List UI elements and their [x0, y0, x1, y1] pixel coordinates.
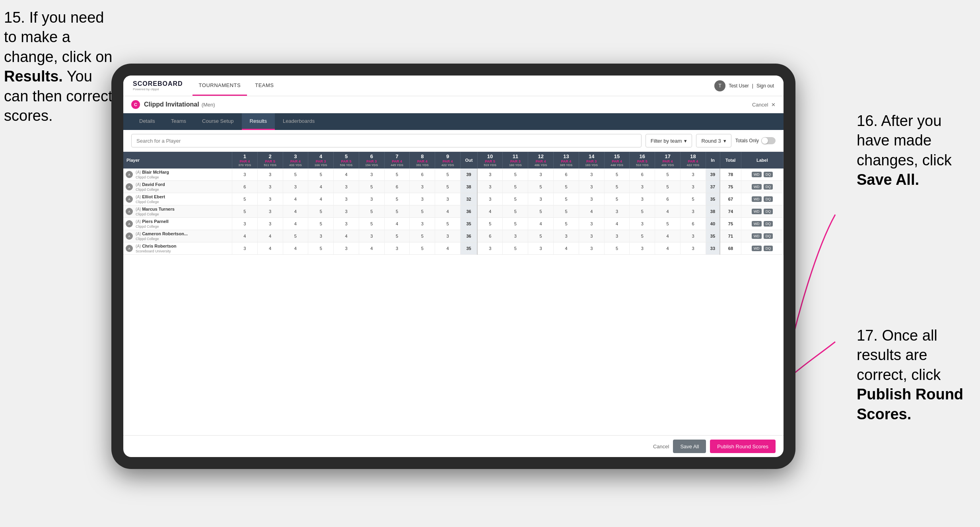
score-h13[interactable]: 5 [554, 218, 579, 230]
score-h1[interactable]: 3 [232, 218, 257, 230]
score-h18[interactable]: 3 [681, 242, 706, 255]
score-h4[interactable]: 5 [308, 218, 334, 230]
score-h18[interactable]: 6 [681, 218, 706, 230]
score-h6[interactable]: 5 [359, 218, 384, 230]
score-h12[interactable]: 4 [528, 218, 554, 230]
cancel-tournament-btn[interactable]: Cancel ✕ [752, 102, 776, 108]
score-h3[interactable]: 4 [283, 193, 308, 205]
score-h6[interactable]: 3 [359, 230, 384, 242]
dq-btn[interactable]: DQ [764, 221, 773, 227]
score-h1[interactable]: 5 [232, 205, 257, 218]
score-h3[interactable]: 4 [283, 205, 308, 218]
score-h2[interactable]: 3 [257, 169, 283, 181]
score-h15[interactable]: 3 [604, 205, 630, 218]
score-h11[interactable]: 5 [503, 169, 528, 181]
score-h17[interactable]: 5 [655, 169, 681, 181]
score-h16[interactable]: 5 [630, 205, 655, 218]
nav-tournaments[interactable]: TOURNAMENTS [192, 76, 247, 96]
score-h10[interactable]: 3 [477, 242, 503, 255]
score-h7[interactable]: 6 [384, 181, 410, 193]
score-h14[interactable]: 3 [579, 169, 604, 181]
score-h6[interactable]: 3 [359, 169, 384, 181]
score-h3[interactable]: 5 [283, 169, 308, 181]
score-h11[interactable]: 5 [503, 242, 528, 255]
score-h9[interactable]: 3 [435, 230, 461, 242]
wd-btn[interactable]: WD [752, 246, 762, 251]
sign-out-link[interactable]: Sign out [756, 83, 774, 89]
score-h6[interactable]: 5 [359, 181, 384, 193]
score-h15[interactable]: 3 [604, 230, 630, 242]
score-h2[interactable]: 4 [257, 242, 283, 255]
score-h7[interactable]: 5 [384, 205, 410, 218]
score-h15[interactable]: 5 [604, 242, 630, 255]
wd-btn[interactable]: WD [752, 196, 762, 202]
score-h6[interactable]: 3 [359, 193, 384, 205]
score-h16[interactable]: 3 [630, 218, 655, 230]
cancel-bottom-btn[interactable]: Cancel [653, 444, 669, 450]
score-h7[interactable]: 5 [384, 230, 410, 242]
tab-teams[interactable]: Teams [163, 113, 194, 130]
score-h14[interactable]: 3 [579, 193, 604, 205]
score-h14[interactable]: 3 [579, 181, 604, 193]
score-h10[interactable]: 3 [477, 181, 503, 193]
score-h14[interactable]: 3 [579, 242, 604, 255]
dq-btn[interactable]: DQ [764, 172, 773, 177]
score-h11[interactable]: 5 [503, 218, 528, 230]
score-h18[interactable]: 3 [681, 181, 706, 193]
score-h10[interactable]: 4 [477, 205, 503, 218]
score-h5[interactable]: 3 [334, 218, 359, 230]
score-h2[interactable]: 3 [257, 218, 283, 230]
score-h10[interactable]: 6 [477, 230, 503, 242]
totals-only-toggle[interactable]: Totals Only [735, 137, 776, 144]
score-h15[interactable]: 5 [604, 169, 630, 181]
score-h16[interactable]: 3 [630, 242, 655, 255]
score-h5[interactable]: 3 [334, 242, 359, 255]
tab-results[interactable]: Results [242, 113, 275, 130]
score-h11[interactable]: 5 [503, 181, 528, 193]
score-h11[interactable]: 5 [503, 205, 528, 218]
score-h6[interactable]: 4 [359, 242, 384, 255]
dq-btn[interactable]: DQ [764, 209, 773, 214]
score-h17[interactable]: 4 [655, 205, 681, 218]
score-h15[interactable]: 4 [604, 218, 630, 230]
score-h16[interactable]: 5 [630, 230, 655, 242]
score-h8[interactable]: 3 [410, 193, 435, 205]
score-h14[interactable]: 3 [579, 230, 604, 242]
score-h3[interactable]: 5 [283, 230, 308, 242]
score-h9[interactable]: 4 [435, 242, 461, 255]
tab-course-setup[interactable]: Course Setup [194, 113, 242, 130]
score-h16[interactable]: 3 [630, 181, 655, 193]
score-h13[interactable]: 6 [554, 169, 579, 181]
score-h5[interactable]: 3 [334, 181, 359, 193]
score-h12[interactable]: 5 [528, 230, 554, 242]
filter-by-team-btn[interactable]: Filter by team ▾ [646, 134, 692, 147]
dq-btn[interactable]: DQ [764, 196, 773, 202]
score-h8[interactable]: 6 [410, 169, 435, 181]
score-h14[interactable]: 4 [579, 205, 604, 218]
score-h14[interactable]: 3 [579, 218, 604, 230]
score-h4[interactable]: 5 [308, 242, 334, 255]
dq-btn[interactable]: DQ [764, 184, 773, 190]
score-h17[interactable]: 5 [655, 218, 681, 230]
score-h13[interactable]: 5 [554, 205, 579, 218]
score-h15[interactable]: 5 [604, 181, 630, 193]
score-h17[interactable]: 6 [655, 193, 681, 205]
score-h1[interactable]: 3 [232, 242, 257, 255]
score-h12[interactable]: 5 [528, 205, 554, 218]
score-h16[interactable]: 6 [630, 169, 655, 181]
score-h5[interactable]: 3 [334, 193, 359, 205]
score-h4[interactable]: 4 [308, 181, 334, 193]
score-h16[interactable]: 3 [630, 193, 655, 205]
score-h4[interactable]: 5 [308, 169, 334, 181]
score-h9[interactable]: 5 [435, 169, 461, 181]
save-all-btn[interactable]: Save All [673, 440, 706, 453]
score-h18[interactable]: 5 [681, 193, 706, 205]
score-h10[interactable]: 5 [477, 218, 503, 230]
wd-btn[interactable]: WD [752, 221, 762, 227]
score-h7[interactable]: 4 [384, 218, 410, 230]
score-h4[interactable]: 3 [308, 230, 334, 242]
score-h12[interactable]: 3 [528, 193, 554, 205]
score-h2[interactable]: 4 [257, 230, 283, 242]
score-h9[interactable]: 5 [435, 181, 461, 193]
dq-btn[interactable]: DQ [764, 246, 773, 251]
